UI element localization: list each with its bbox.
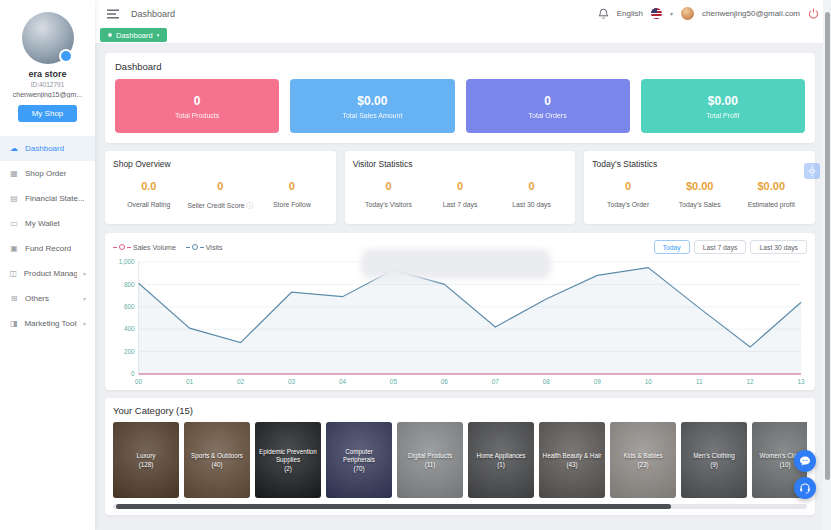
my-shop-button[interactable]: My Shop bbox=[18, 105, 78, 122]
customer-service-button[interactable] bbox=[794, 477, 816, 499]
us-flag-icon[interactable] bbox=[651, 8, 662, 19]
language-label[interactable]: English bbox=[617, 9, 643, 18]
stat-label: Today's Order bbox=[592, 201, 664, 208]
legend-item-sales-volume[interactable]: Sales Volume bbox=[113, 244, 176, 251]
user-avatar[interactable] bbox=[681, 7, 694, 20]
range-button-last-7-days[interactable]: Last 7 days bbox=[694, 240, 747, 254]
category-label: Sports & Outdoors(40) bbox=[184, 422, 250, 498]
sidebar-item-dashboard[interactable]: ☁Dashboard bbox=[0, 136, 95, 161]
stat-value: 0.0 bbox=[113, 180, 185, 192]
svg-text:09: 09 bbox=[594, 378, 602, 385]
wallet-icon: ▭ bbox=[9, 219, 19, 228]
logout-power-icon[interactable] bbox=[808, 8, 819, 19]
legend-item-visits[interactable]: Visits bbox=[186, 244, 223, 251]
chat-button[interactable] bbox=[794, 450, 816, 472]
svg-text:05: 05 bbox=[390, 378, 398, 385]
sidebar-item-financial-state[interactable]: ▤Financial State... bbox=[0, 186, 95, 211]
category-scrollbar-thumb[interactable] bbox=[116, 504, 671, 509]
stat-card-total-orders: 0Total Orders bbox=[466, 79, 630, 133]
stat-value: 0 bbox=[544, 94, 551, 108]
user-email[interactable]: chenwenjing50@gmail.com bbox=[702, 9, 800, 18]
stat-label: Last 30 days bbox=[496, 201, 568, 208]
chevron-down-icon: ▾ bbox=[83, 320, 86, 327]
category-name: Luxury bbox=[137, 452, 156, 460]
dashboard-icon: ☁ bbox=[9, 144, 19, 153]
avatar-badge-icon bbox=[59, 49, 73, 63]
sidebar-item-marketing-tools[interactable]: ◨Marketing Tools▾ bbox=[0, 311, 95, 336]
info-icon[interactable]: ⓘ bbox=[246, 202, 253, 209]
stat-value: 0 bbox=[353, 180, 425, 192]
svg-text:800: 800 bbox=[124, 281, 135, 288]
sidebar-item-fund-record[interactable]: ▣Fund Record bbox=[0, 236, 95, 261]
svg-text:00: 00 bbox=[135, 378, 143, 385]
chart-card: Sales VolumeVisits TodayLast 7 daysLast … bbox=[105, 233, 815, 390]
panel-stats: 0Today's Order$0.00Today's Sales$0.00Est… bbox=[592, 180, 807, 208]
category-count: (23) bbox=[637, 461, 648, 468]
stat-value: $0.00 bbox=[735, 180, 807, 192]
sidebar-item-others[interactable]: ⊞Others▾ bbox=[0, 286, 95, 311]
stat-value: 0 bbox=[256, 180, 328, 192]
page-scrollbar-track[interactable] bbox=[823, 0, 831, 530]
sidebar-item-label: Others bbox=[25, 294, 49, 303]
category-tile-home-appliances[interactable]: Home Appliances(1) bbox=[468, 422, 534, 498]
header-right: English ▾ chenwenjing50@gmail.com bbox=[598, 7, 819, 20]
shop-order-icon: ▦ bbox=[9, 169, 19, 178]
tab-label: Dashboard bbox=[116, 31, 153, 40]
stat-label: Seller Credit Scoreⓘ bbox=[185, 201, 257, 211]
stat-value: 0 bbox=[194, 94, 201, 108]
category-tile-kids-babies[interactable]: Kids & Babies(23) bbox=[610, 422, 676, 498]
sidebar-item-shop-order[interactable]: ▦Shop Order bbox=[0, 161, 95, 186]
category-label: Kids & Babies(23) bbox=[610, 422, 676, 498]
stat-value: $0.00 bbox=[708, 94, 738, 108]
category-tile-digital-products[interactable]: Digital Products(11) bbox=[397, 422, 463, 498]
category-scrollbar-track[interactable] bbox=[113, 504, 807, 509]
category-label: Digital Products(11) bbox=[397, 422, 463, 498]
sidebar-item-label: Financial State... bbox=[25, 194, 85, 203]
store-avatar[interactable] bbox=[22, 12, 74, 64]
chart-range-buttons: TodayLast 7 daysLast 30 days bbox=[654, 240, 807, 254]
sidebar-item-my-wallet[interactable]: ▭My Wallet bbox=[0, 211, 95, 236]
category-label: Home Appliances(1) bbox=[468, 422, 534, 498]
svg-text:0: 0 bbox=[131, 370, 135, 377]
chevron-down-icon: ▾ bbox=[83, 295, 86, 302]
category-tile-computer-peripherals[interactable]: Computer Peripherals(70) bbox=[326, 422, 392, 498]
panels-row: Shop Overview0.0Overall Rating0Seller Cr… bbox=[105, 151, 815, 224]
category-tile-sports-outdoors[interactable]: Sports & Outdoors(40) bbox=[184, 422, 250, 498]
panel-today-s-statistics: Today's Statistics0Today's Order$0.00Tod… bbox=[584, 151, 815, 224]
marketing-tools-icon: ◨ bbox=[9, 319, 18, 328]
panel-stat-overall-rating: 0.0Overall Rating bbox=[113, 180, 185, 211]
panel-stat-today-s-visitors: 0Today's Visitors bbox=[353, 180, 425, 208]
headset-icon bbox=[799, 482, 811, 494]
sidebar-item-product-manag[interactable]: ◫Product Manag...▾ bbox=[0, 261, 95, 286]
panel-title: Visitor Statistics bbox=[353, 159, 568, 169]
sidebar-item-label: Dashboard bbox=[25, 144, 64, 153]
panel-stat-last-30-days: 0Last 30 days bbox=[496, 180, 568, 208]
category-count: (1) bbox=[497, 461, 505, 468]
category-tile-health-beauty-hair[interactable]: Health Beauty & Hair(43) bbox=[539, 422, 605, 498]
category-count: (70) bbox=[353, 465, 364, 472]
range-button-today[interactable]: Today bbox=[654, 240, 690, 254]
panel-shop-overview: Shop Overview0.0Overall Rating0Seller Cr… bbox=[105, 151, 336, 224]
sidebar-item-label: Fund Record bbox=[25, 244, 71, 253]
page-scrollbar-thumb[interactable] bbox=[825, 12, 830, 480]
tab-caret-icon: ▾ bbox=[157, 32, 160, 38]
stat-value: 0 bbox=[496, 180, 568, 192]
category-tile-luxury[interactable]: Luxury(128) bbox=[113, 422, 179, 498]
category-tile-epidemic-prevention-supplies[interactable]: Epidemic Prevention Supplies(2) bbox=[255, 422, 321, 498]
collapse-menu-icon[interactable] bbox=[107, 9, 119, 19]
category-label: Men's Clothing(9) bbox=[681, 422, 747, 498]
stat-value: $0.00 bbox=[664, 180, 736, 192]
category-name: Computer Peripherals bbox=[329, 448, 389, 464]
legend-label: Visits bbox=[206, 244, 223, 251]
svg-text:12: 12 bbox=[747, 378, 755, 385]
settings-widget[interactable] bbox=[804, 163, 820, 179]
category-tile-men-s-clothing[interactable]: Men's Clothing(9) bbox=[681, 422, 747, 498]
tab-dashboard[interactable]: Dashboard ▾ bbox=[100, 28, 167, 42]
range-button-last-30-days[interactable]: Last 30 days bbox=[750, 240, 807, 254]
notification-bell-icon[interactable] bbox=[598, 8, 609, 20]
panel-title: Shop Overview bbox=[113, 159, 328, 169]
stat-value: $0.00 bbox=[357, 94, 387, 108]
panel-visitor-statistics: Visitor Statistics0Today's Visitors0Last… bbox=[345, 151, 576, 224]
sidebar: era store ID:4012791 chenwenjing15@gm...… bbox=[0, 0, 95, 530]
panel-title: Today's Statistics bbox=[592, 159, 807, 169]
